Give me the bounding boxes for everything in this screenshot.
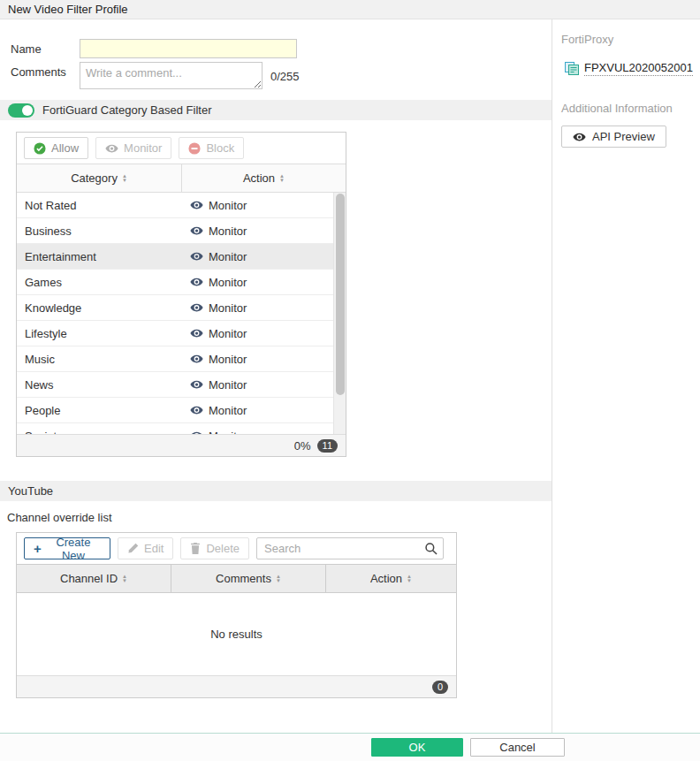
monitor-eye-icon bbox=[190, 251, 203, 262]
action-cell[interactable]: Monitor bbox=[182, 353, 333, 366]
action-column-header[interactable]: Action ▲▼ bbox=[326, 565, 456, 592]
category-table-rows: Not RatedMonitorBusinessMonitorEntertain… bbox=[17, 193, 333, 434]
action-cell[interactable]: Monitor bbox=[182, 250, 333, 263]
action-label: Monitor bbox=[209, 404, 247, 417]
edit-button-label: Edit bbox=[144, 542, 164, 555]
additional-information-label: Additional Information bbox=[561, 102, 693, 115]
action-cell[interactable]: Monitor bbox=[182, 378, 333, 392]
action-label: Monitor bbox=[209, 276, 247, 289]
youtube-section-label: YouTube bbox=[8, 484, 53, 498]
allow-button-label: Allow bbox=[51, 141, 79, 155]
allow-button[interactable]: Allow bbox=[24, 137, 88, 159]
action-cell[interactable]: Monitor bbox=[182, 327, 333, 340]
allow-check-icon bbox=[34, 142, 46, 155]
sort-icon: ▲▼ bbox=[276, 575, 281, 583]
channel-table-footer: 0 bbox=[17, 675, 456, 697]
sort-icon: ▲▼ bbox=[122, 575, 127, 583]
action-cell[interactable]: Monitor bbox=[182, 224, 333, 238]
edit-button[interactable]: Edit bbox=[118, 537, 173, 559]
fortiguard-section-bar: FortiGuard Category Based Filter bbox=[0, 100, 552, 120]
category-column-header[interactable]: Category ▲▼ bbox=[17, 164, 182, 192]
action-label: Monitor bbox=[209, 250, 247, 263]
video-filter-profile-window: New Video Filter Profile Name Comments 0… bbox=[0, 0, 700, 761]
api-preview-label: API Preview bbox=[592, 130, 655, 143]
action-label: Monitor bbox=[209, 327, 247, 340]
right-sidebar: FortiProxy FPXVUL2020052001 Additional I… bbox=[552, 19, 700, 733]
category-cell: People bbox=[17, 404, 182, 417]
monitor-eye-icon bbox=[190, 225, 203, 236]
trash-icon bbox=[190, 543, 201, 554]
action-cell[interactable]: Monitor bbox=[182, 276, 333, 289]
action-label: Monitor bbox=[209, 378, 247, 392]
api-preview-button[interactable]: API Preview bbox=[561, 126, 666, 148]
cancel-button[interactable]: Cancel bbox=[470, 738, 565, 757]
category-row[interactable]: GamesMonitor bbox=[17, 270, 333, 295]
comments-column-header[interactable]: Comments ▲▼ bbox=[171, 565, 326, 592]
monitor-eye-icon bbox=[190, 328, 203, 339]
delete-button-label: Delete bbox=[206, 542, 240, 555]
channel-id-column-header[interactable]: Channel ID ▲▼ bbox=[17, 565, 171, 592]
category-table-scrollbar[interactable] bbox=[333, 193, 346, 434]
profile-form: Name Comments 0/255 bbox=[0, 19, 552, 89]
fortiproxy-device-icon bbox=[565, 62, 579, 75]
category-cell: Games bbox=[17, 276, 182, 289]
monitor-eye-icon bbox=[190, 405, 203, 415]
monitor-button[interactable]: Monitor bbox=[95, 137, 171, 159]
action-cell[interactable]: Monitor bbox=[182, 199, 333, 212]
action-column-label: Action bbox=[243, 171, 275, 185]
action-cell[interactable]: Monitor bbox=[182, 404, 333, 417]
eye-icon bbox=[573, 132, 586, 142]
category-row[interactable]: SocietyMonitor bbox=[17, 423, 333, 434]
channel-table-panel: + Create New Edit Delete bbox=[16, 532, 457, 698]
fortiguard-toggle[interactable] bbox=[8, 103, 34, 118]
no-results-text: No results bbox=[210, 628, 262, 641]
window-title: New Video Filter Profile bbox=[8, 3, 128, 16]
ok-button[interactable]: OK bbox=[371, 738, 463, 757]
category-table-body: Not RatedMonitorBusinessMonitorEntertain… bbox=[17, 193, 346, 434]
monitor-eye-icon bbox=[105, 143, 118, 154]
channel-override-list-label: Channel override list bbox=[7, 511, 552, 524]
comments-row: Comments 0/255 bbox=[11, 62, 552, 89]
action-cell[interactable]: Monitor bbox=[182, 301, 333, 315]
search-input[interactable] bbox=[257, 542, 418, 555]
category-row[interactable]: MusicMonitor bbox=[17, 346, 333, 372]
category-row[interactable]: PeopleMonitor bbox=[17, 398, 333, 423]
fortiguard-toggle-label: FortiGuard Category Based Filter bbox=[42, 103, 211, 117]
create-new-button[interactable]: + Create New bbox=[24, 537, 110, 559]
monitor-eye-icon bbox=[190, 430, 203, 434]
action-cell[interactable]: Monitor bbox=[182, 430, 333, 435]
channel-id-column-label: Channel ID bbox=[60, 572, 118, 585]
category-table-panel: Allow Monitor Block Category ▲▼ bbox=[16, 132, 346, 457]
delete-button[interactable]: Delete bbox=[180, 537, 249, 559]
device-row: FPXVUL2020052001 bbox=[565, 61, 693, 76]
category-row[interactable]: EntertainmentMonitor bbox=[17, 244, 333, 270]
search-icon[interactable] bbox=[418, 538, 443, 559]
block-icon bbox=[188, 142, 201, 155]
dialog-footer: OK Cancel bbox=[0, 733, 700, 761]
sort-icon: ▲▼ bbox=[122, 174, 127, 183]
comments-input[interactable] bbox=[80, 62, 262, 89]
action-label: Monitor bbox=[209, 199, 247, 212]
name-label: Name bbox=[11, 39, 80, 56]
scrollbar-thumb[interactable] bbox=[336, 194, 345, 395]
channel-toolbar: + Create New Edit Delete bbox=[17, 533, 456, 564]
action-label: Monitor bbox=[209, 224, 247, 238]
category-row[interactable]: LifestyleMonitor bbox=[17, 321, 333, 346]
category-row[interactable]: KnowledgeMonitor bbox=[17, 295, 333, 321]
block-button[interactable]: Block bbox=[179, 137, 244, 159]
sort-icon: ▲▼ bbox=[279, 174, 285, 183]
channel-count-badge: 0 bbox=[432, 681, 448, 694]
category-cell: Knowledge bbox=[17, 301, 182, 315]
pencil-icon bbox=[127, 543, 139, 554]
category-row[interactable]: BusinessMonitor bbox=[17, 218, 333, 244]
name-row: Name bbox=[11, 39, 552, 58]
category-cell: Business bbox=[17, 224, 182, 238]
category-row[interactable]: NewsMonitor bbox=[17, 372, 333, 398]
device-name-link[interactable]: FPXVUL2020052001 bbox=[584, 61, 693, 76]
action-column-header[interactable]: Action ▲▼ bbox=[182, 164, 346, 192]
name-input[interactable] bbox=[80, 39, 297, 58]
comments-label: Comments bbox=[11, 62, 80, 79]
category-row[interactable]: Not RatedMonitor bbox=[17, 193, 333, 218]
category-table-header: Category ▲▼ Action ▲▼ bbox=[17, 164, 346, 193]
category-cell: Entertainment bbox=[17, 250, 182, 263]
